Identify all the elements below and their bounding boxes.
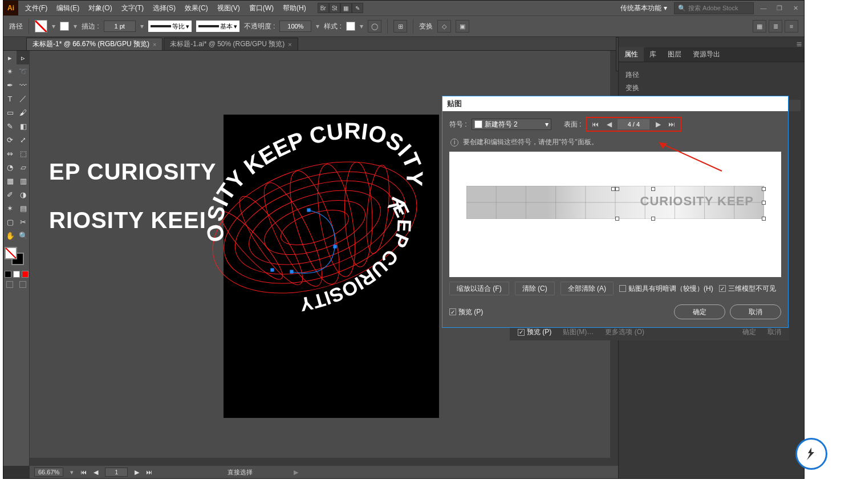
prev-artboard-icon[interactable]: ◀ bbox=[94, 469, 98, 476]
stroke-weight-field[interactable]: 1 pt bbox=[104, 21, 136, 32]
screen-mode-icon[interactable] bbox=[6, 281, 13, 288]
arrange-icon[interactable]: ▦ bbox=[340, 3, 352, 13]
opt-right-2[interactable]: ≣ bbox=[769, 20, 782, 32]
brush-field[interactable]: 基本▾ bbox=[196, 21, 239, 32]
back-more-button[interactable]: 更多选项 (O) bbox=[605, 327, 644, 337]
mesh-tool[interactable]: ▦ bbox=[3, 174, 17, 188]
menu-edit[interactable]: 编辑(E) bbox=[52, 3, 84, 13]
bridge-icon[interactable]: Br bbox=[318, 3, 329, 13]
edit-toolbar-icon[interactable] bbox=[19, 281, 26, 288]
back-map-button[interactable]: 贴图(M)… bbox=[563, 327, 594, 337]
back-ok-button[interactable]: 确定 bbox=[742, 327, 756, 337]
horizontal-scrollbar[interactable] bbox=[30, 458, 610, 466]
tab-layers[interactable]: 图层 bbox=[662, 47, 687, 62]
isolate-icon[interactable]: ▣ bbox=[456, 20, 469, 32]
none-mode-icon[interactable] bbox=[22, 271, 29, 278]
zoom-field[interactable]: 66.67% bbox=[34, 468, 63, 477]
line-tool[interactable]: ／ bbox=[17, 92, 30, 105]
fit-button[interactable]: 缩放以适合 (F) bbox=[449, 282, 509, 295]
prev-surface-button[interactable]: ◀ bbox=[604, 119, 614, 129]
first-artboard-icon[interactable]: ⏮ bbox=[80, 469, 87, 475]
clear-button[interactable]: 清除 (C) bbox=[515, 282, 555, 295]
map-preview[interactable]: CURIOSITY KEEP bbox=[449, 152, 781, 277]
selection-tool[interactable]: ▸ bbox=[3, 51, 17, 64]
preview-checkbox[interactable]: ✓预览 (P) bbox=[449, 307, 483, 317]
opt-right-1[interactable]: ▦ bbox=[753, 20, 766, 32]
opacity-field[interactable]: 100% bbox=[279, 21, 311, 32]
invisible-geo-checkbox[interactable]: ✓三维模型不可见 bbox=[719, 284, 776, 294]
fill-stroke-swatch[interactable] bbox=[3, 247, 29, 270]
window-minimize[interactable]: — bbox=[757, 3, 770, 13]
rectangle-tool[interactable]: ▭ bbox=[3, 105, 17, 119]
magic-wand-tool[interactable]: ✴ bbox=[3, 64, 17, 78]
brush-icon[interactable]: ✎ bbox=[352, 3, 363, 13]
cancel-button[interactable]: 取消 bbox=[730, 304, 781, 319]
ok-button[interactable]: 确定 bbox=[674, 304, 725, 319]
document-tab-1[interactable]: 未标题-1* @ 66.67% (RGB/GPU 预览) × bbox=[26, 38, 163, 50]
hand-tool[interactable]: ✋ bbox=[3, 229, 17, 242]
menu-view[interactable]: 视图(V) bbox=[213, 3, 245, 13]
rotate-tool[interactable]: ⟳ bbox=[3, 133, 17, 147]
workspace-switcher[interactable]: 传统基本功能 ▾ bbox=[617, 2, 671, 14]
zoom-tool[interactable]: 🔍 bbox=[17, 229, 30, 242]
next-surface-button[interactable]: ▶ bbox=[653, 119, 663, 129]
align-icon[interactable]: ⊞ bbox=[393, 20, 407, 32]
clear-all-button[interactable]: 全部清除 (A) bbox=[560, 282, 614, 295]
fill-swatch[interactable] bbox=[35, 20, 47, 32]
edit-contents-icon[interactable] bbox=[789, 100, 801, 111]
type-tool[interactable]: T bbox=[3, 92, 17, 105]
graph-tool[interactable]: ▤ bbox=[17, 201, 30, 215]
menu-type[interactable]: 文字(T) bbox=[117, 3, 148, 13]
stroke-swatch[interactable] bbox=[60, 22, 69, 31]
tab-properties[interactable]: 属性 bbox=[619, 47, 644, 62]
menu-window[interactable]: 窗口(W) bbox=[245, 3, 278, 13]
scale-tool[interactable]: ⤢ bbox=[17, 133, 30, 147]
transform-label[interactable]: 变换 bbox=[419, 22, 433, 31]
menu-object[interactable]: 对象(O) bbox=[84, 3, 116, 13]
back-preview-checkbox[interactable]: ✓预览 (P) bbox=[518, 327, 551, 337]
shaper-tool[interactable]: ✎ bbox=[3, 119, 17, 133]
direct-selection-tool[interactable]: ▹ bbox=[17, 51, 30, 64]
curvature-tool[interactable]: 〰 bbox=[17, 78, 30, 92]
opt-menu-icon[interactable]: ≡ bbox=[785, 20, 798, 32]
next-artboard-icon[interactable]: ▶ bbox=[135, 469, 139, 476]
eyedropper-tool[interactable]: ✐ bbox=[3, 188, 17, 201]
tab-asset-export[interactable]: 资源导出 bbox=[687, 47, 726, 62]
shape-icon[interactable]: ◇ bbox=[437, 20, 451, 32]
last-artboard-icon[interactable]: ⏭ bbox=[146, 469, 152, 475]
last-surface-button[interactable]: ⏭ bbox=[667, 119, 677, 129]
artboard-number-field[interactable]: 1 bbox=[105, 468, 128, 477]
status-menu-icon[interactable]: ▶ bbox=[294, 469, 298, 476]
artboard-tool[interactable]: ▢ bbox=[3, 215, 17, 229]
back-cancel-button[interactable]: 取消 bbox=[767, 327, 781, 337]
stock-icon[interactable]: St bbox=[329, 3, 340, 13]
close-icon[interactable]: × bbox=[153, 41, 156, 48]
color-mode-icon[interactable] bbox=[5, 271, 11, 278]
profile-field[interactable]: 等比▾ bbox=[148, 21, 192, 32]
surface-index-field[interactable]: 4 / 4 bbox=[618, 119, 649, 129]
blend-tool[interactable]: ◑ bbox=[17, 188, 30, 201]
menu-help[interactable]: 帮助(H) bbox=[278, 3, 311, 13]
tab-libraries[interactable]: 库 bbox=[644, 47, 662, 62]
eraser-tool[interactable]: ◧ bbox=[17, 119, 30, 133]
appearance-icon[interactable]: ◯ bbox=[368, 20, 381, 32]
menu-file[interactable]: 文件(F) bbox=[21, 3, 52, 13]
document-tab-2[interactable]: 未标题-1.ai* @ 50% (RGB/GPU 预览) × bbox=[164, 38, 298, 50]
free-transform-tool[interactable]: ⬚ bbox=[17, 147, 30, 160]
shade-checkbox[interactable]: 贴图具有明暗调（较慢）(H) bbox=[619, 284, 713, 294]
pen-tool[interactable]: ✒ bbox=[3, 78, 17, 92]
paintbrush-tool[interactable]: 🖌 bbox=[17, 105, 30, 119]
perspective-tool[interactable]: ▱ bbox=[17, 160, 30, 174]
lasso-tool[interactable]: ➰ bbox=[17, 64, 30, 78]
close-icon[interactable]: × bbox=[288, 41, 291, 48]
search-input[interactable]: 🔍 搜索 Adobe Stock bbox=[674, 2, 754, 14]
width-tool[interactable]: ⇔ bbox=[3, 147, 17, 160]
style-swatch[interactable] bbox=[346, 22, 355, 31]
panel-menu-icon[interactable]: ≡ bbox=[797, 39, 802, 50]
gradient-tool[interactable]: ▥ bbox=[17, 174, 30, 188]
gradient-mode-icon[interactable] bbox=[13, 271, 20, 278]
slice-tool[interactable]: ✂ bbox=[17, 215, 30, 229]
menu-effect[interactable]: 效果(C) bbox=[180, 3, 213, 13]
first-surface-button[interactable]: ⏮ bbox=[590, 119, 600, 129]
window-close[interactable]: ✕ bbox=[789, 3, 802, 13]
